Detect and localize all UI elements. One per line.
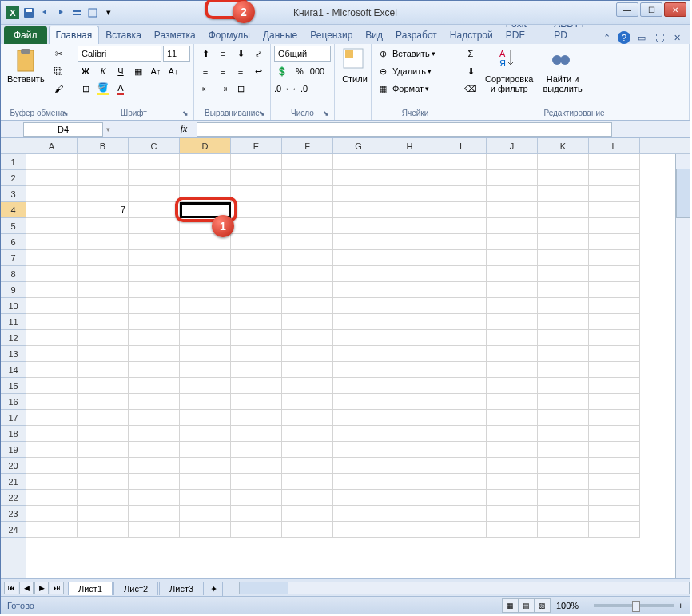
cell-E19[interactable] — [231, 442, 282, 458]
cell-I18[interactable] — [435, 426, 487, 442]
cell-D1[interactable] — [180, 154, 231, 170]
cell-C17[interactable] — [129, 410, 180, 426]
bold-button[interactable]: Ж — [78, 63, 93, 79]
cell-D21[interactable] — [180, 474, 231, 490]
cell-L7[interactable] — [589, 250, 640, 266]
cell-F10[interactable] — [282, 298, 333, 314]
cell-E21[interactable] — [231, 474, 282, 490]
cell-A5[interactable] — [26, 218, 78, 234]
row-header-1[interactable]: 1 — [1, 154, 26, 170]
cell-J17[interactable] — [487, 410, 538, 426]
save-icon[interactable] — [22, 6, 36, 20]
cell-I4[interactable] — [435, 202, 487, 218]
cell-A16[interactable] — [26, 394, 78, 410]
sheet-tab-3[interactable]: Лист3 — [159, 582, 204, 595]
cell-D22[interactable] — [180, 490, 231, 506]
cell-H11[interactable] — [384, 314, 435, 330]
cell-D23[interactable] — [180, 506, 231, 522]
cell-B22[interactable] — [78, 490, 129, 506]
redo-icon[interactable] — [54, 6, 68, 20]
cell-J12[interactable] — [487, 330, 538, 346]
cell-G6[interactable] — [333, 234, 384, 250]
cell-L11[interactable] — [589, 314, 640, 330]
zoom-in-button[interactable]: + — [678, 601, 683, 610]
cell-C22[interactable] — [129, 490, 180, 506]
cell-H18[interactable] — [384, 426, 435, 442]
row-header-13[interactable]: 13 — [1, 346, 26, 362]
cell-L16[interactable] — [589, 394, 640, 410]
cell-H8[interactable] — [384, 266, 435, 282]
cell-I11[interactable] — [435, 314, 487, 330]
cell-A14[interactable] — [26, 362, 78, 378]
cell-F12[interactable] — [282, 330, 333, 346]
cell-J18[interactable] — [487, 426, 538, 442]
cell-D5[interactable] — [180, 218, 231, 234]
cell-A22[interactable] — [26, 490, 78, 506]
row-header-12[interactable]: 12 — [1, 330, 26, 346]
qat-icon2[interactable] — [86, 6, 100, 20]
col-header-I[interactable]: I — [435, 138, 487, 153]
cell-L6[interactable] — [589, 234, 640, 250]
cell-H10[interactable] — [384, 298, 435, 314]
cell-F18[interactable] — [282, 426, 333, 442]
cell-H17[interactable] — [384, 410, 435, 426]
cell-G18[interactable] — [333, 426, 384, 442]
formula-input[interactable] — [197, 122, 612, 137]
align-mid-icon[interactable]: ≡ — [215, 46, 231, 62]
cell-D20[interactable] — [180, 458, 231, 474]
wrap-icon[interactable]: ↩ — [250, 63, 266, 79]
col-header-K[interactable]: K — [538, 138, 589, 153]
cell-D7[interactable] — [180, 250, 231, 266]
cell-I13[interactable] — [435, 346, 487, 362]
underline-button[interactable]: Ч — [113, 63, 129, 79]
cell-J3[interactable] — [487, 186, 538, 202]
cell-B10[interactable] — [78, 298, 129, 314]
cell-G23[interactable] — [333, 506, 384, 522]
cell-K17[interactable] — [538, 410, 589, 426]
indent-inc-icon[interactable]: ⇥ — [215, 81, 231, 97]
cell-A20[interactable] — [26, 458, 78, 474]
cell-I16[interactable] — [435, 394, 487, 410]
cell-E17[interactable] — [231, 410, 282, 426]
cell-F24[interactable] — [282, 522, 333, 538]
cell-K16[interactable] — [538, 394, 589, 410]
cell-I17[interactable] — [435, 410, 487, 426]
sheet-nav-first-icon[interactable]: ⏮ — [4, 582, 18, 594]
cell-J5[interactable] — [487, 218, 538, 234]
qat-icon[interactable] — [70, 6, 84, 20]
cell-K11[interactable] — [538, 314, 589, 330]
cell-J10[interactable] — [487, 298, 538, 314]
cell-H22[interactable] — [384, 490, 435, 506]
cell-D14[interactable] — [180, 362, 231, 378]
row-header-23[interactable]: 23 — [1, 506, 26, 522]
cell-C5[interactable] — [129, 218, 180, 234]
cell-I2[interactable] — [435, 170, 487, 186]
cell-H13[interactable] — [384, 346, 435, 362]
cell-K6[interactable] — [538, 234, 589, 250]
cell-F9[interactable] — [282, 282, 333, 298]
cell-B2[interactable] — [78, 170, 129, 186]
qat-dropdown-icon[interactable]: ▾ — [101, 6, 116, 20]
column-headers[interactable]: ABCDEFGHIJKL — [26, 138, 690, 154]
cell-B7[interactable] — [78, 250, 129, 266]
cell-F3[interactable] — [282, 186, 333, 202]
cell-C23[interactable] — [129, 506, 180, 522]
cell-D12[interactable] — [180, 330, 231, 346]
cell-C19[interactable] — [129, 442, 180, 458]
cell-K20[interactable] — [538, 458, 589, 474]
tab-review[interactable]: Рецензир — [304, 26, 359, 44]
cell-I21[interactable] — [435, 474, 487, 490]
maximize-button[interactable]: ☐ — [640, 2, 662, 17]
sheet-nav-next-icon[interactable]: ▶ — [34, 582, 49, 594]
cell-K24[interactable] — [538, 522, 589, 538]
cell-J20[interactable] — [487, 458, 538, 474]
cell-B17[interactable] — [78, 410, 129, 426]
row-header-16[interactable]: 16 — [1, 394, 26, 410]
col-header-G[interactable]: G — [333, 138, 384, 153]
row-header-2[interactable]: 2 — [1, 170, 26, 186]
cell-D9[interactable] — [180, 282, 231, 298]
cell-G8[interactable] — [333, 266, 384, 282]
zoom-slider[interactable] — [594, 604, 674, 607]
cell-B1[interactable] — [78, 154, 129, 170]
font-name-combo[interactable]: Calibri — [78, 46, 161, 62]
